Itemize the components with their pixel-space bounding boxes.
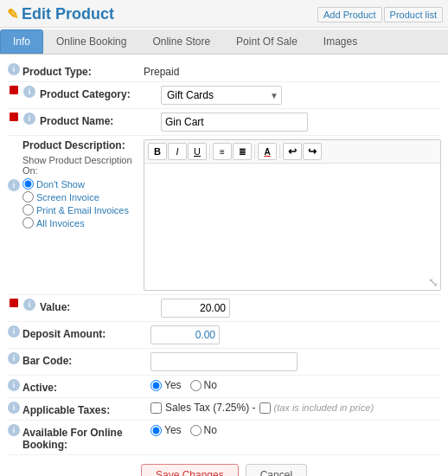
info-icon-description: i <box>8 179 20 191</box>
barcode-row: i Bar Code: <box>7 349 441 376</box>
taxes-checkbox-row: Sales Tax (7.25%) - (tax is included in … <box>150 402 374 414</box>
barcode-input[interactable] <box>150 352 298 371</box>
editor-toolbar: B I U ≡ ≣ A ↩ ↪ <box>144 140 440 164</box>
barcode-label: Bar Code: <box>22 352 150 367</box>
product-name-row: i Product Name: <box>7 109 441 136</box>
active-yes-radio[interactable] <box>150 380 162 391</box>
toolbar-separator-1 <box>209 145 210 158</box>
online-booking-label: Available For Online Booking: <box>22 424 150 451</box>
info-icon-value: i <box>23 299 35 311</box>
tab-online-booking[interactable]: Online Booking <box>43 29 139 54</box>
value-row: i Value: <box>7 295 441 322</box>
resize-icon: ⤡ <box>428 276 438 288</box>
undo-button[interactable]: ↩ <box>283 143 302 160</box>
toolbar-separator-3 <box>279 145 280 158</box>
tab-point-of-sale[interactable]: Point Of Sale <box>223 29 310 54</box>
show-option-dont-show: Don't Show <box>22 178 144 190</box>
deposit-input[interactable] <box>150 325 220 344</box>
save-changes-button[interactable]: Save Changes <box>141 464 239 476</box>
online-no-radio[interactable] <box>190 425 202 436</box>
active-yes-label: Yes <box>164 379 182 391</box>
product-category-select-wrap: Gift Cards Other ▼ <box>161 86 282 105</box>
required-indicator-category <box>10 86 18 94</box>
tab-info[interactable]: Info <box>0 29 43 54</box>
active-no-radio[interactable] <box>190 380 202 391</box>
font-color-button[interactable]: A <box>258 143 277 160</box>
add-product-button[interactable]: Add Product <box>317 7 382 23</box>
editor-resize-handle: ⤡ <box>144 276 440 290</box>
active-row: i Active: Yes No <box>7 376 441 398</box>
show-option-screen: Screen Invoice <box>22 191 144 203</box>
online-no-option: No <box>190 424 217 436</box>
list-ol-button[interactable]: ≡ <box>213 143 232 160</box>
redo-button[interactable]: ↪ <box>303 143 322 160</box>
product-type-label: Product Type: <box>22 63 144 78</box>
product-category-row: i Product Category: Gift Cards Other ▼ <box>7 82 441 109</box>
cancel-button[interactable]: Cancel <box>246 464 307 476</box>
taxes-row: i Applicable Taxes: Sales Tax (7.25%) - … <box>7 398 441 421</box>
value-label: Value: <box>40 299 161 313</box>
info-icon-name: i <box>23 113 35 125</box>
product-description-label: Product Description: <box>22 139 144 151</box>
bold-button[interactable]: B <box>148 143 167 160</box>
toolbar-separator-2 <box>254 145 255 158</box>
info-icon-active: i <box>8 379 20 391</box>
product-name-label: Product Name: <box>40 113 161 127</box>
sales-tax-label: Sales Tax (7.25%) - <box>165 402 256 414</box>
product-type-row: i Product Type: Prepaid <box>7 60 441 82</box>
taxes-label: Applicable Taxes: <box>22 402 150 416</box>
product-description-row: i Product Description: Show Product Desc… <box>7 136 441 295</box>
included-checkbox[interactable] <box>259 402 271 414</box>
tab-images[interactable]: Images <box>310 29 370 54</box>
active-yes-option: Yes <box>150 379 182 391</box>
online-yes-radio[interactable] <box>150 425 162 436</box>
show-on-label: Show Product Description On: <box>22 155 144 176</box>
online-booking-row: i Available For Online Booking: Yes No <box>7 421 441 455</box>
sales-tax-checkbox[interactable] <box>150 402 162 414</box>
tab-online-store[interactable]: Online Store <box>139 29 223 54</box>
tab-bar: Info Online Booking Online Store Point O… <box>0 29 448 55</box>
product-list-button[interactable]: Product list <box>384 7 443 23</box>
show-option-dont-show-link[interactable]: Don't Show <box>36 179 85 190</box>
product-category-label: Product Category: <box>40 86 161 100</box>
description-editor: B I U ≡ ≣ A ↩ ↪ ⤡ <box>144 139 441 291</box>
show-option-print: Print & Email Invoices <box>22 204 144 215</box>
show-option-print-link[interactable]: Print & Email Invoices <box>36 205 129 215</box>
value-input[interactable] <box>161 299 230 318</box>
product-type-value: Prepaid <box>144 63 179 78</box>
product-name-input[interactable] <box>161 113 308 132</box>
online-yes-option: Yes <box>150 424 182 436</box>
pencil-icon: ✎ <box>7 6 18 23</box>
info-icon-category: i <box>23 86 35 98</box>
active-label: Active: <box>22 379 150 394</box>
active-no-label: No <box>204 379 217 391</box>
required-indicator-name <box>10 113 18 121</box>
active-no-option: No <box>190 379 217 391</box>
active-radio-group: Yes No <box>150 379 217 391</box>
show-option-all: All Invoices <box>22 217 144 228</box>
info-icon-barcode: i <box>8 352 20 364</box>
info-icon-online-booking: i <box>8 424 20 436</box>
deposit-label: Deposit Amount: <box>22 325 150 340</box>
online-booking-radio-group: Yes No <box>150 424 217 436</box>
tax-included-note: (tax is included in price) <box>274 402 374 413</box>
list-ul-button[interactable]: ≣ <box>233 143 252 160</box>
show-option-screen-link[interactable]: Screen Invoice <box>36 192 99 203</box>
underline-button[interactable]: U <box>188 143 207 160</box>
description-editor-area[interactable] <box>144 164 440 276</box>
page-title: Edit Product <box>22 5 114 23</box>
required-indicator-value <box>10 299 18 307</box>
show-option-all-link[interactable]: All Invoices <box>36 218 85 228</box>
info-icon-product-type: i <box>8 63 20 75</box>
online-yes-label: Yes <box>164 424 182 436</box>
product-category-select[interactable]: Gift Cards Other <box>161 86 282 105</box>
form-footer: Save Changes Cancel <box>7 455 441 476</box>
deposit-row: i Deposit Amount: <box>7 322 441 349</box>
italic-button[interactable]: I <box>168 143 187 160</box>
info-icon-taxes: i <box>8 402 20 414</box>
online-no-label: No <box>204 424 217 436</box>
info-icon-deposit: i <box>8 325 20 338</box>
